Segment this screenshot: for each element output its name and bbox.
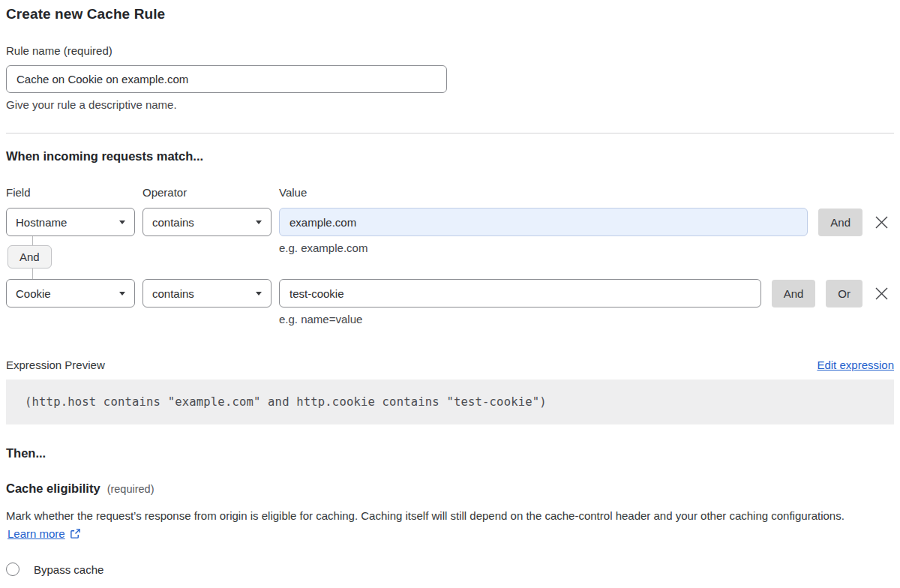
condition-column-headers: Field Operator Value [6, 186, 894, 199]
radio-option-bypass-cache[interactable]: Bypass cache [6, 562, 894, 576]
condition-row-1: Hostname contains And [6, 208, 894, 236]
and-button-row-2[interactable]: And [772, 280, 816, 308]
rule-name-label: Rule name (required) [6, 44, 112, 57]
cache-eligibility-heading: Cache eligibility (required) [6, 482, 894, 496]
and-button-row-1[interactable]: And [818, 208, 862, 236]
or-button-row-2[interactable]: Or [826, 280, 862, 308]
condition-row-2: Cookie contains And Or [6, 279, 894, 308]
close-icon [874, 286, 889, 301]
external-link-icon [70, 528, 81, 539]
field-select-1[interactable]: Hostname [6, 208, 135, 236]
close-icon [874, 215, 889, 230]
connector-zone: And e.g. example.com [6, 236, 894, 279]
value-column-label: Value [279, 186, 307, 199]
edit-expression-link[interactable]: Edit expression [817, 358, 894, 371]
rule-name-helper: Give your rule a descriptive name. [6, 98, 894, 111]
radio-icon [6, 562, 20, 576]
operator-select-1-value: contains [152, 216, 194, 229]
chevron-down-icon [119, 292, 125, 296]
rule-name-input[interactable] [6, 65, 447, 93]
value-input-1[interactable] [279, 208, 808, 236]
chevron-down-icon [256, 292, 262, 296]
remove-condition-2-button[interactable] [868, 279, 894, 308]
value-input-2[interactable] [279, 279, 761, 308]
description-text: Mark whether the request’s response from… [6, 509, 844, 522]
expression-header: Expression Preview Edit expression [6, 358, 894, 371]
match-heading: When incoming requests match... [6, 149, 894, 164]
section-divider [6, 133, 894, 134]
value-helper-2: e.g. name=value [279, 313, 894, 326]
field-select-2[interactable]: Cookie [6, 279, 135, 308]
operator-select-1[interactable]: contains [142, 208, 272, 236]
remove-condition-1-button[interactable] [868, 208, 894, 236]
radio-label: Bypass cache [34, 563, 104, 576]
expression-preview-label: Expression Preview [6, 358, 105, 371]
operator-select-2-value: contains [152, 287, 194, 300]
connector-and-button[interactable]: And [8, 245, 52, 268]
page-title: Create new Cache Rule [6, 6, 894, 22]
required-note: (required) [107, 483, 154, 495]
then-heading: Then... [6, 446, 894, 460]
cache-eligibility-description: Mark whether the request’s response from… [6, 507, 876, 543]
field-column-label: Field [6, 186, 142, 199]
rule-name-group: Rule name (required) Give your rule a de… [6, 44, 894, 111]
value-helper-1: e.g. example.com [279, 242, 368, 254]
chevron-down-icon [256, 220, 262, 224]
learn-more-link[interactable]: Learn more [8, 527, 65, 540]
operator-select-2[interactable]: contains [142, 279, 272, 308]
cache-eligibility-title: Cache eligibility [6, 482, 100, 496]
chevron-down-icon [119, 220, 125, 224]
field-select-1-value: Hostname [16, 216, 67, 229]
operator-column-label: Operator [142, 186, 279, 199]
expression-code: (http.host contains "example.com" and ht… [6, 380, 894, 424]
field-select-2-value: Cookie [16, 287, 51, 300]
